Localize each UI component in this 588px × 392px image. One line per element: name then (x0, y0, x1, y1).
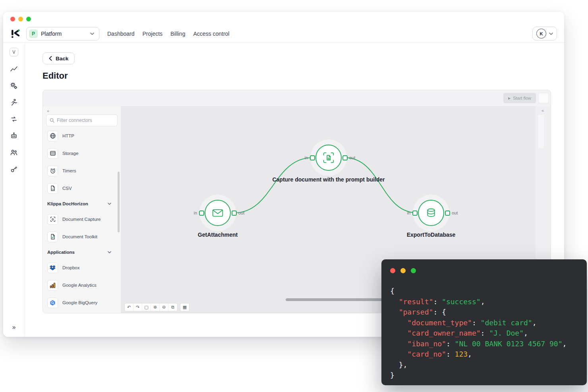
users-icon[interactable] (10, 149, 18, 156)
connector-search (46, 114, 118, 126)
svg-text:D: D (52, 218, 54, 221)
connector-label: Timers (62, 168, 76, 173)
zoom-out-icon[interactable]: ⊖ (160, 303, 168, 311)
close-window-button[interactable] (10, 17, 15, 21)
workspace-label: Platform (41, 31, 87, 37)
section-applications[interactable]: Applications (46, 245, 118, 259)
gears-icon[interactable] (10, 82, 18, 90)
node-output-port[interactable] (445, 210, 450, 216)
chevron-down-icon (549, 33, 553, 35)
connector-item-dropbox[interactable]: Dropbox (46, 259, 118, 276)
port-out-label: out (349, 155, 355, 160)
right-panel-scroll-area (538, 115, 544, 148)
connector-item-storage[interactable]: Storage (46, 145, 118, 162)
database-icon (426, 208, 436, 218)
play-icon: ▶ (508, 97, 511, 100)
version-badge[interactable]: V (10, 48, 18, 56)
nav-item-access-control[interactable]: Access control (193, 31, 229, 37)
zoom-in-icon[interactable]: ⊕ (151, 303, 160, 311)
node-label: Capture document with the prompt builder (272, 176, 385, 183)
maximize-window-button[interactable] (26, 17, 31, 21)
canvas-horizontal-scrollbar[interactable] (286, 298, 386, 301)
user-menu[interactable]: K (532, 27, 557, 41)
section-klippa-dochorizon[interactable]: Klippa DocHorizon (46, 197, 118, 210)
key-icon[interactable] (10, 165, 18, 173)
connector-item-document-toolkit[interactable]: Document Toolkit (46, 228, 118, 245)
robot-icon[interactable] (10, 132, 18, 140)
copy-icon[interactable]: ⧉ (168, 303, 177, 311)
minimize-window-button[interactable] (18, 17, 23, 21)
workspace-selector[interactable]: P Platform (26, 27, 99, 41)
connector-label: Document Capture (62, 217, 101, 222)
connector-label: Google BigQuery (62, 300, 97, 305)
workspace-badge: P (29, 29, 38, 38)
line-chart-icon[interactable] (10, 65, 18, 73)
node-output-port[interactable] (232, 210, 237, 216)
connector-item-google-analytics[interactable]: Google Analytics (46, 276, 118, 294)
swap-arrows-icon[interactable] (10, 115, 18, 123)
table-view-icon[interactable]: ▦ (180, 303, 189, 311)
redo-icon[interactable]: ↷ (133, 303, 142, 311)
terminal-window: { "result": "success", "parsed": { "docu… (381, 259, 587, 385)
page-title: Editor (43, 71, 564, 81)
back-button[interactable]: Back (43, 52, 75, 64)
node-output-port[interactable] (342, 155, 348, 160)
collapse-right-panel-button[interactable]: « (541, 108, 544, 113)
runner-icon[interactable] (10, 98, 18, 106)
node-input-port[interactable] (412, 210, 418, 216)
fit-view-icon[interactable]: ▢ (142, 303, 151, 311)
google-analytics-icon (47, 280, 58, 291)
connector-item-http[interactable]: HTTP (46, 127, 118, 145)
port-in-label: in (304, 155, 308, 160)
connector-item-document-capture[interactable]: D Document Capture (46, 210, 118, 228)
node-get-attachment[interactable]: in out GetAttachment (205, 200, 231, 226)
search-icon (50, 118, 54, 123)
node-input-port[interactable] (199, 210, 204, 216)
nav-item-projects[interactable]: Projects (143, 31, 163, 37)
connector-item-google-bigquery[interactable]: Google BigQuery (46, 294, 118, 311)
collapse-left-panel-button[interactable]: « (46, 108, 118, 113)
node-circle[interactable] (205, 200, 231, 226)
top-navbar: P Platform Dashboard Projects Billing Ac… (3, 25, 564, 43)
port-out-label: out (452, 210, 458, 215)
nav-item-dashboard[interactable]: Dashboard (107, 31, 135, 37)
envelope-icon (212, 209, 223, 217)
main-navigation: Dashboard Projects Billing Access contro… (107, 31, 229, 37)
node-capture-document[interactable]: in out Capture document with the prompt … (315, 145, 342, 171)
klippa-logo[interactable] (10, 29, 21, 39)
connectors-scrollbar[interactable] (118, 172, 120, 232)
sidebar-expand-button[interactable]: » (12, 324, 16, 331)
close-window-button[interactable] (390, 268, 395, 273)
connector-label: Google Analytics (62, 283, 97, 288)
connector-item-partial[interactable] (46, 311, 118, 313)
connector-label: Storage (62, 151, 78, 156)
port-out-label: out (238, 210, 244, 215)
node-circle[interactable] (418, 200, 444, 226)
maximize-window-button[interactable] (411, 268, 416, 273)
node-export-to-database[interactable]: in out ExportToDatabase (418, 200, 444, 226)
svg-text:CSV: CSV (51, 188, 55, 190)
nav-item-billing[interactable]: Billing (170, 31, 185, 37)
icon-sidebar: V (3, 43, 25, 336)
connector-item-timers[interactable]: Timers (46, 162, 118, 180)
undo-icon[interactable]: ↶ (125, 303, 133, 311)
minimize-window-button[interactable] (400, 268, 406, 273)
chevron-down-icon (108, 251, 111, 253)
connectors-panel: « HTTP (43, 106, 121, 313)
connector-list: HTTP Storage (46, 127, 118, 313)
flow-toolbar: ▶ Start flow (43, 90, 551, 106)
panel-toggle-button[interactable] (538, 93, 549, 103)
node-input-port[interactable] (310, 155, 315, 160)
port-in-label: in (193, 210, 197, 215)
terminal-code: { "result": "success", "parsed": { "docu… (390, 286, 587, 381)
connector-item-csv[interactable]: CSV CSV (46, 180, 118, 197)
document-check-icon (47, 232, 58, 242)
node-circle[interactable] (315, 145, 342, 171)
connector-label: HTTP (62, 133, 74, 138)
chevron-left-icon (49, 56, 52, 61)
start-flow-button[interactable]: ▶ Start flow (503, 93, 536, 103)
globe-icon (47, 131, 58, 141)
connector-label: CSV (62, 186, 72, 191)
filter-connectors-input[interactable] (57, 118, 114, 123)
dropbox-icon (47, 263, 58, 273)
